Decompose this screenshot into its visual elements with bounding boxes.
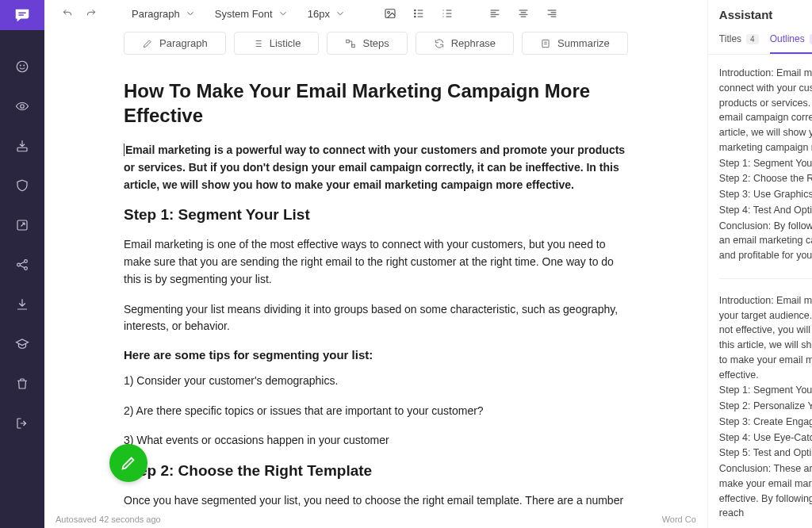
svg-point-11 xyxy=(415,10,416,10)
tip1: 1) Consider your customer's demographics… xyxy=(124,373,628,390)
steps-icon xyxy=(345,38,356,49)
font-size-select[interactable]: 16px xyxy=(300,3,354,24)
chevron-down-icon xyxy=(185,8,196,19)
word-count: Word Co xyxy=(662,515,696,524)
undo-button[interactable] xyxy=(57,3,78,24)
logout-icon[interactable] xyxy=(8,409,36,438)
main-area: Paragraph System Font 16px Paragraph Lis… xyxy=(44,0,707,528)
font-select[interactable]: System Font xyxy=(207,3,297,24)
outline-card[interactable]: Introduction: Email marketing is a power… xyxy=(719,66,812,279)
outline-line: Introduction: Email marketing is a power… xyxy=(719,66,812,155)
status-bar: Autosaved 42 seconds ago Word Co xyxy=(44,511,707,528)
summarize-pill-label: Summarize xyxy=(557,37,610,49)
step2-heading: Step 2: Choose the Right Template xyxy=(124,462,628,480)
redo-button[interactable] xyxy=(81,3,102,24)
tip2: 2) Are there specific topics or issues t… xyxy=(124,403,628,420)
list-icon xyxy=(252,38,263,49)
smile-icon[interactable] xyxy=(8,52,36,81)
rephrase-pill[interactable]: Rephrase xyxy=(416,32,514,55)
svg-rect-4 xyxy=(17,147,27,151)
outline-card[interactable]: Introduction: Email marketing is a great… xyxy=(719,293,812,528)
text-cursor xyxy=(124,143,124,156)
block-style-select[interactable]: Paragraph xyxy=(124,3,204,24)
align-left-button[interactable] xyxy=(484,3,506,24)
summarize-icon xyxy=(540,38,551,49)
outline-line: Step 1: Segment Your Email List xyxy=(719,383,812,398)
share-icon[interactable] xyxy=(8,251,36,279)
svg-point-1 xyxy=(20,65,21,66)
pencil-icon xyxy=(142,38,153,49)
insert-image-button[interactable] xyxy=(379,3,401,24)
doc-title: How To Make Your Email Marketing Campaig… xyxy=(124,78,628,128)
svg-point-3 xyxy=(21,105,25,109)
svg-point-2 xyxy=(24,65,25,66)
align-right-button[interactable] xyxy=(541,3,563,24)
svg-rect-16 xyxy=(542,40,549,47)
listicle-pill[interactable]: Listicle xyxy=(234,32,320,55)
paragraph-pill-label: Paragraph xyxy=(159,37,208,49)
assistant-body[interactable]: Introduction: Email marketing is a power… xyxy=(708,55,812,528)
steps-pill[interactable]: Steps xyxy=(327,32,407,55)
svg-rect-9 xyxy=(385,10,395,18)
svg-point-10 xyxy=(388,11,390,13)
doc-intro: Email marketing is a powerful way to con… xyxy=(124,142,628,193)
document-editor[interactable]: How To Make Your Email Marketing Campaig… xyxy=(124,78,628,511)
outline-line: Step 2: Personalize Your Emails xyxy=(719,399,812,414)
summarize-pill[interactable]: Summarize xyxy=(522,32,628,55)
paragraph-pill[interactable]: Paragraph xyxy=(124,32,226,55)
block-style-value: Paragraph xyxy=(132,8,180,20)
outline-line: Introduction: Email marketing is a great… xyxy=(719,293,812,383)
outline-line: Step 3: Use Graphics and Images xyxy=(719,187,812,202)
outline-line: Step 3: Create Engaging Content xyxy=(719,415,812,430)
svg-point-12 xyxy=(415,13,416,13)
tip3: 3) What events or occasions happen in yo… xyxy=(124,432,628,450)
outline-line: Step 5: Test and Optimize Your Campaigns xyxy=(719,446,812,461)
pencil-icon xyxy=(120,454,137,472)
svg-point-13 xyxy=(415,16,416,17)
download-box-icon[interactable] xyxy=(8,132,36,160)
graduation-icon[interactable] xyxy=(8,330,36,358)
eye-icon[interactable] xyxy=(8,92,36,121)
autosave-status: Autosaved 42 seconds ago xyxy=(56,515,161,524)
tab-outlines[interactable]: Outlines2 xyxy=(770,33,812,54)
ordered-list-button[interactable] xyxy=(436,3,458,24)
app-logo[interactable] xyxy=(0,0,44,30)
svg-rect-15 xyxy=(352,44,355,48)
editor-scroll[interactable]: How To Make Your Email Marketing Campaig… xyxy=(44,59,707,511)
tab-titles[interactable]: Titles4 xyxy=(719,33,759,54)
listicle-pill-label: Listicle xyxy=(270,37,301,49)
svg-rect-14 xyxy=(347,40,350,43)
font-size-value: 16px xyxy=(308,8,330,20)
external-link-icon[interactable] xyxy=(8,211,36,239)
step1-p1: Email marketing is one of the most effec… xyxy=(124,236,628,288)
tips-heading: Here are some tips for segmenting your l… xyxy=(124,348,628,362)
step1-p2: Segmenting your list means dividing it i… xyxy=(124,301,628,335)
step1-heading: Step 1: Segment Your List xyxy=(124,206,628,224)
outline-line: Step 4: Use Eye-Catching Graphics xyxy=(719,430,812,446)
chevron-down-icon xyxy=(335,8,346,19)
outline-line: Step 4: Test And Optimize Your Campaign xyxy=(719,203,812,218)
svg-point-0 xyxy=(17,61,28,72)
assistant-tabs: Titles4 Outlines2 Keywords25 SEO68 Histo… xyxy=(708,27,812,55)
compose-fab[interactable] xyxy=(109,444,147,482)
outline-line: Conclusion: These are a few tips that wi… xyxy=(719,461,812,521)
outline-line: Step 1: Segment Your List xyxy=(719,156,812,171)
trash-icon[interactable] xyxy=(8,369,36,398)
shield-icon[interactable] xyxy=(8,171,36,200)
outline-line: Conclusion: By following these tips, you… xyxy=(719,219,812,263)
assistant-title: Assistant xyxy=(719,8,773,21)
editor-toolbar: Paragraph System Font 16px xyxy=(44,0,707,27)
align-center-button[interactable] xyxy=(512,3,534,24)
step2-p1: Once you have segmented your list, you n… xyxy=(124,492,628,511)
assistant-panel: Assistant Titles4 Outlines2 Keywords25 S… xyxy=(707,0,812,528)
bullet-list-button[interactable] xyxy=(408,3,430,24)
font-value: System Font xyxy=(215,8,273,20)
refresh-icon xyxy=(434,38,445,49)
rephrase-pill-label: Rephrase xyxy=(451,37,496,49)
steps-pill-label: Steps xyxy=(362,37,389,49)
ai-action-row: Paragraph Listicle Steps Rephrase Summar… xyxy=(44,27,707,59)
chevron-down-icon xyxy=(278,8,289,19)
download-icon[interactable] xyxy=(8,290,36,319)
left-sidebar xyxy=(0,0,44,528)
outline-line: Step 2: Choose the Right Template xyxy=(719,171,812,186)
